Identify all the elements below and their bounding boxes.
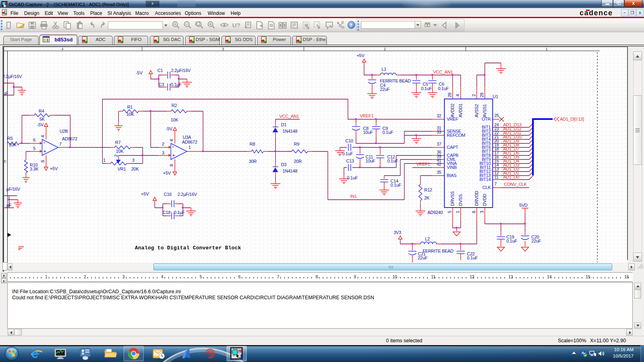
svg-text:33: 33 <box>437 130 442 134</box>
svg-text:1N4148: 1N4148 <box>283 129 297 134</box>
svg-text:BIAS: BIAS <box>447 173 456 178</box>
svg-text:C3: C3 <box>159 82 164 87</box>
svg-text:5K: 5K <box>39 117 45 121</box>
svg-text:10uF: 10uF <box>363 130 373 135</box>
svg-text:-5V: -5V <box>136 70 143 75</box>
svg-text:DVDD: DVDD <box>482 194 487 206</box>
svg-text:11: 11 <box>494 175 499 179</box>
svg-text:-: - <box>43 140 45 146</box>
svg-text:2: 2 <box>114 154 118 157</box>
svg-text:+5V: +5V <box>141 191 149 196</box>
svg-text:DRVSS: DRVSS <box>450 191 455 206</box>
svg-text:2: 2 <box>471 94 476 97</box>
svg-text:0.1uF: 0.1uF <box>421 86 432 91</box>
svg-text:2: 2 <box>162 142 164 146</box>
svg-text:4: 4 <box>455 94 460 97</box>
svg-text:3: 3 <box>162 150 164 155</box>
svg-text:3: 3 <box>132 158 134 162</box>
svg-text:AVDD2: AVDD2 <box>450 103 455 117</box>
svg-text:6: 6 <box>33 138 35 142</box>
svg-text:8: 8 <box>40 160 45 162</box>
svg-text:C1: C1 <box>157 68 163 73</box>
svg-text:28: 28 <box>447 93 452 97</box>
svg-text:D1: D1 <box>281 122 287 127</box>
svg-text:32: 32 <box>437 113 442 118</box>
svg-text:CAPT: CAPT <box>447 145 458 150</box>
svg-text:6: 6 <box>471 211 476 213</box>
svg-text:7: 7 <box>59 142 62 146</box>
svg-text:R8: R8 <box>250 142 255 146</box>
svg-text:C16: C16 <box>164 192 171 197</box>
svg-text:AVSS2: AVSS2 <box>474 104 479 117</box>
svg-text:R9: R9 <box>294 142 299 146</box>
svg-text:5: 5 <box>447 211 452 213</box>
svg-text:R4: R4 <box>39 109 44 113</box>
svg-text:20K: 20K <box>131 167 139 171</box>
svg-text:VREF1: VREF1 <box>416 162 430 167</box>
svg-text:C13: C13 <box>346 158 354 163</box>
svg-text:10K: 10K <box>116 149 124 154</box>
svg-text:?: ? <box>350 22 353 28</box>
svg-text:BIT14: BIT14 <box>479 177 491 182</box>
svg-text:CONV_CLK: CONV_CLK <box>504 182 527 187</box>
svg-text:+: + <box>43 149 46 154</box>
svg-text:4: 4 <box>169 139 174 142</box>
svg-text:2.2µF/16V: 2.2µF/16V <box>171 68 191 73</box>
svg-text:L2: L2 <box>425 237 430 241</box>
svg-text:30R: 30R <box>249 159 257 164</box>
svg-text:c: c <box>4 158 6 163</box>
svg-text:10uF: 10uF <box>365 158 375 163</box>
svg-text:AD8672: AD8672 <box>62 136 77 141</box>
svg-text:42: 42 <box>437 162 442 167</box>
svg-text:1: 1 <box>455 211 460 213</box>
svg-text:AD1_D0: AD1_D0 <box>503 175 519 179</box>
svg-text:R12: R12 <box>424 187 432 192</box>
svg-text:2: 2 <box>384 47 386 51</box>
svg-text:-5V: -5V <box>166 126 173 131</box>
svg-text:+5V: +5V <box>163 171 171 175</box>
svg-text:29: 29 <box>479 93 484 97</box>
svg-text:AD1_D[0:13]: AD1_D[0:13] <box>560 117 584 121</box>
svg-text:AVDD1: AVDD1 <box>458 103 463 117</box>
svg-text:0.1uF: 0.1uF <box>506 239 517 243</box>
svg-text:Analog to Digital Converter Bl: Analog to Digital Converter Block <box>135 245 241 251</box>
svg-text:R1: R1 <box>127 105 133 109</box>
svg-text:U3A: U3A <box>183 135 191 140</box>
svg-text:-: - <box>172 144 174 150</box>
svg-text:3: 3 <box>222 47 224 51</box>
svg-text:20R: 20R <box>294 159 302 164</box>
svg-text:AD8672: AD8672 <box>182 140 197 144</box>
svg-text:CLK: CLK <box>483 185 491 190</box>
svg-text:0.1µF: 0.1µF <box>171 82 182 87</box>
svg-text:3.3K: 3.3K <box>30 167 39 171</box>
svg-text:-5V: -5V <box>37 122 44 127</box>
svg-text:VREF1: VREF1 <box>360 113 374 118</box>
svg-text:L1: L1 <box>382 67 386 72</box>
svg-text:3: 3 <box>479 211 484 213</box>
svg-text:37: 37 <box>437 142 442 146</box>
svg-text:22uF: 22uF <box>418 255 427 260</box>
svg-text:AD9240: AD9240 <box>427 210 443 215</box>
svg-text:7: 7 <box>494 181 497 186</box>
svg-text:VINB: VINB <box>447 165 456 170</box>
svg-text:U?: U? <box>232 22 240 29</box>
svg-text:0.1uF: 0.1uF <box>387 158 398 163</box>
svg-text:REFCOM: REFCOM <box>447 133 465 138</box>
svg-text:1: 1 <box>545 47 547 51</box>
svg-text:C10: C10 <box>345 138 353 143</box>
svg-text:D3: D3 <box>281 162 287 167</box>
svg-text:U2B: U2B <box>60 129 68 134</box>
svg-text:U1: U1 <box>493 94 498 99</box>
svg-text:DVSS: DVSS <box>458 194 463 206</box>
svg-text:0.1uF: 0.1uF <box>467 255 478 260</box>
svg-text:DRVDD: DRVDD <box>474 191 479 206</box>
svg-text:+5V: +5V <box>357 53 365 58</box>
svg-text:10K: 10K <box>171 117 179 122</box>
svg-text:FERRITE BEAD: FERRITE BEAD <box>423 249 454 253</box>
svg-text:25: 25 <box>494 113 499 118</box>
svg-text:22uF: 22uF <box>380 87 390 92</box>
svg-text:0.1uF: 0.1uF <box>342 151 353 156</box>
svg-text:0.1uF: 0.1uF <box>390 183 401 187</box>
svg-text:R7: R7 <box>115 140 121 145</box>
svg-text:5: 5 <box>33 146 35 151</box>
